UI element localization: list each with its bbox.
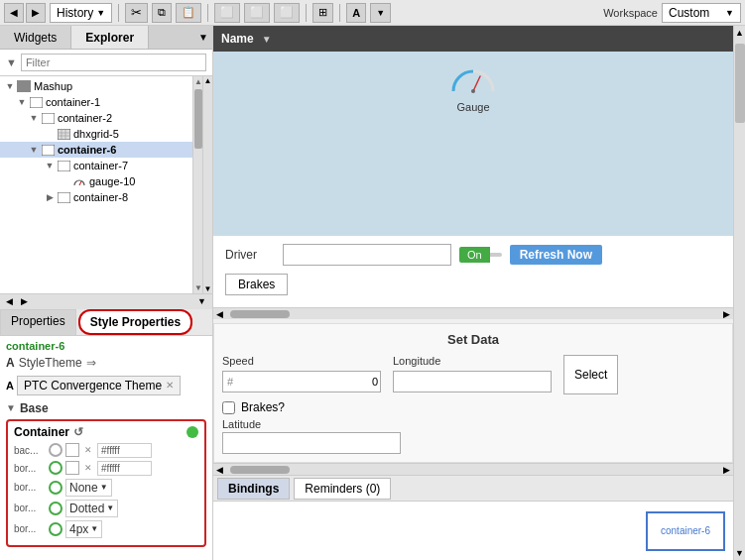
history-dropdown-arrow: ▼ <box>96 8 105 18</box>
right-vscroll[interactable]: ▲ ▼ <box>733 26 745 560</box>
align-left-button[interactable]: ⬜ <box>214 3 240 23</box>
tab-explorer[interactable]: Explorer <box>71 26 149 49</box>
scroll-down-arrow[interactable]: ▼ <box>193 282 202 293</box>
more-nav-icon[interactable]: ▼ <box>193 296 210 306</box>
tab-bindings[interactable]: Bindings <box>217 478 290 500</box>
preview-container-box: container-6 <box>646 511 725 551</box>
workspace-select[interactable]: Custom ▼ <box>662 3 741 23</box>
expand-c6-icon: ▼ <box>28 145 40 155</box>
refresh-button[interactable]: Refresh Now <box>510 245 602 265</box>
hscroll-left-arrow[interactable]: ◀ <box>213 309 226 319</box>
bac-value[interactable]: #fffff <box>97 443 152 458</box>
tree-item-gauge10[interactable]: gauge-10 <box>0 173 192 189</box>
bor3-recycle-button[interactable] <box>49 502 62 515</box>
canvas-inner: Gauge <box>213 52 733 236</box>
toolbar: ◀ ▶ History ▼ ✂ ⧉ 📋 ⬜ ⬜ ⬜ ⊞ A ▼ Workspac… <box>0 0 745 26</box>
panel-dropdown[interactable]: ▼ <box>194 26 212 49</box>
bottom-hscroll-left[interactable]: ◀ <box>213 465 226 475</box>
back-button[interactable]: ◀ <box>4 3 24 23</box>
tree-item-mashup[interactable]: ▼ Mashup <box>0 78 192 94</box>
scroll-up-icon[interactable]: ▲ <box>203 76 212 85</box>
tab-style-properties[interactable]: Style Properties <box>78 309 192 335</box>
theme-name: PTC Convergence Theme ✕ <box>17 376 181 395</box>
bac-recycle-button[interactable] <box>49 443 62 457</box>
set-data-title: Set Data <box>222 332 724 347</box>
gauge-svg <box>448 61 498 97</box>
history-button[interactable]: History ▼ <box>50 3 112 23</box>
tab-properties[interactable]: Properties <box>0 309 76 335</box>
driver-input[interactable] <box>283 244 451 266</box>
tree-item-container1[interactable]: ▼ container-1 <box>0 94 192 110</box>
container7-label: container-7 <box>73 160 128 171</box>
bor4-dropdown[interactable]: 4px ▼ <box>65 520 102 538</box>
brakes-button[interactable]: Brakes <box>225 274 288 295</box>
brakes-checkbox[interactable] <box>222 401 235 414</box>
right-nav-icon[interactable]: ▶ <box>17 296 32 306</box>
select-button[interactable]: Select <box>563 355 618 394</box>
bor1-value[interactable]: #fffff <box>97 461 152 476</box>
bac-swatch <box>65 443 79 457</box>
filter-bar: ▼ <box>0 50 212 76</box>
vscroll-down-arrow[interactable]: ▼ <box>733 546 745 560</box>
divider2 <box>207 4 208 22</box>
bor2-dropdown[interactable]: None ▼ <box>65 479 112 497</box>
tree-item-container7[interactable]: ▼ container-7 <box>0 158 192 173</box>
longitude-input[interactable] <box>393 371 552 392</box>
bottom-hscroll[interactable]: ◀ ▶ <box>213 463 733 475</box>
prop-tabs: Properties Style Properties <box>0 309 212 336</box>
base-collapse-icon[interactable]: ▼ <box>6 402 16 413</box>
bottom-hscroll-right[interactable]: ▶ <box>720 465 733 475</box>
brakes-row: Brakes <box>225 274 721 295</box>
latitude-input[interactable] <box>222 432 401 454</box>
scroll-up-arrow[interactable]: ▲ <box>193 76 202 87</box>
bor2-recycle-button[interactable] <box>49 481 62 495</box>
driver-row: Driver On Refresh Now <box>225 244 721 266</box>
scroll-down-icon[interactable]: ▼ <box>203 284 212 293</box>
forward-button[interactable]: ▶ <box>26 3 46 23</box>
left-nav-icon[interactable]: ◀ <box>2 296 17 306</box>
svg-rect-2 <box>42 113 55 124</box>
bor1-recycle-button[interactable] <box>49 461 62 475</box>
prop-row-bor3: bor... Dotted ▼ <box>14 500 198 517</box>
container6-label: container-6 <box>58 144 116 156</box>
align-right-button[interactable]: ⬜ <box>274 3 300 23</box>
align-center-button[interactable]: ⬜ <box>244 3 270 23</box>
expand-c7-icon: ▼ <box>44 161 56 170</box>
bor1-x-button[interactable]: ✕ <box>82 463 94 473</box>
tab-widgets[interactable]: Widgets <box>0 26 71 49</box>
theme-remove-button[interactable]: ✕ <box>166 380 174 391</box>
cut-button[interactable]: ✂ <box>125 3 148 23</box>
vscroll-up-arrow[interactable]: ▲ <box>733 26 745 40</box>
paste-button[interactable]: 📋 <box>176 3 201 23</box>
hscroll-right-arrow[interactable]: ▶ <box>720 309 733 319</box>
bor3-dropdown-arrow: ▼ <box>106 504 114 512</box>
container-header-left: Container ↺ <box>14 425 83 439</box>
layout-button[interactable]: ⊞ <box>312 3 333 23</box>
tree-item-container6[interactable]: ▼ container-6 <box>0 142 192 158</box>
top-tabs: Widgets Explorer ▼ <box>0 26 212 50</box>
canvas-hscroll[interactable]: ◀ ▶ <box>213 307 733 319</box>
expand-c2-icon: ▼ <box>28 113 40 123</box>
text-dropdown-button[interactable]: ▼ <box>370 3 391 23</box>
bor3-dropdown[interactable]: Dotted ▼ <box>65 500 118 517</box>
tree-item-container2[interactable]: ▼ container-2 <box>0 110 192 126</box>
toolbar-divider <box>118 4 119 22</box>
container-header: Container ↺ <box>14 425 198 439</box>
speed-input-wrapper: # <box>222 371 381 392</box>
tab-reminders[interactable]: Reminders (0) <box>294 478 391 500</box>
tree-item-dhxgrid5[interactable]: dhxgrid-5 <box>0 126 192 142</box>
tree-scrollbar[interactable]: ▲ ▼ <box>192 76 202 293</box>
bac-x-button[interactable]: ✕ <box>82 445 94 455</box>
tree-item-container8[interactable]: ▶ container-8 <box>0 189 192 205</box>
bor4-recycle-button[interactable] <box>49 522 62 536</box>
copy-button[interactable]: ⧉ <box>152 3 172 23</box>
speed-input[interactable] <box>237 374 380 390</box>
filter-input[interactable] <box>21 54 206 71</box>
expand-mashup-icon: ▼ <box>4 81 16 91</box>
mashup-icon <box>16 79 32 93</box>
text-button[interactable]: A <box>346 3 366 23</box>
name-bar-label: Name <box>221 32 254 46</box>
set-data-fields: Speed # Longitude Select <box>222 355 724 394</box>
container1-icon <box>28 95 44 109</box>
on-toggle[interactable]: On <box>459 247 502 263</box>
